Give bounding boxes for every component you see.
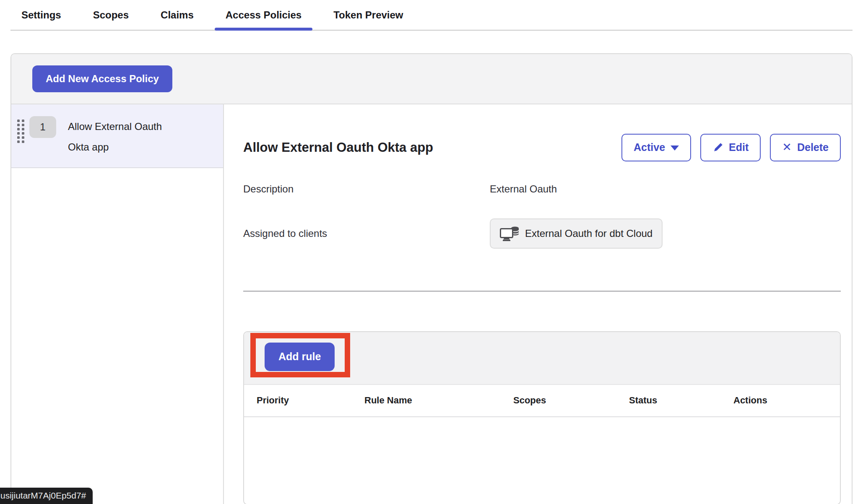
policy-action-buttons: Active Edit ✕ Delete: [621, 134, 841, 161]
column-rule-name: Rule Name: [364, 395, 513, 406]
assigned-clients-label: Assigned to clients: [243, 228, 490, 239]
red-annotation-rectangle: Add rule: [250, 333, 350, 377]
policy-detail-header: Allow External Oauth Okta app Active Edi…: [243, 131, 841, 164]
description-label: Description: [243, 183, 490, 195]
rules-table-header: Priority Rule Name Scopes Status Actions: [244, 385, 840, 417]
tab-claims[interactable]: Claims: [150, 0, 205, 30]
column-status: Status: [629, 395, 733, 406]
policy-name: Allow External Oauth Okta app: [68, 116, 173, 157]
link-preview-status-bar: usijiutarM7Aj0Ep5d7#: [0, 488, 93, 504]
tab-bar: Settings Scopes Claims Access Policies T…: [10, 0, 853, 31]
rules-table-empty-body: [244, 417, 840, 504]
column-actions: Actions: [733, 395, 827, 406]
status-dropdown-button[interactable]: Active: [621, 134, 691, 161]
section-divider: [243, 291, 841, 292]
add-new-access-policy-button[interactable]: Add New Access Policy: [32, 65, 172, 92]
rules-card: Add rule Priority Rule Name Scopes Statu…: [243, 331, 841, 504]
access-policies-panel: Add New Access Policy 1 Allow External O…: [10, 53, 853, 504]
description-row: Description External Oauth: [243, 183, 841, 195]
column-priority: Priority: [257, 395, 364, 406]
rules-toolbar: Add rule: [244, 332, 840, 385]
tab-access-policies[interactable]: Access Policies: [215, 0, 312, 30]
delete-policy-button[interactable]: ✕ Delete: [770, 134, 841, 161]
policy-priority-badge: 1: [29, 116, 56, 138]
pencil-icon: [712, 142, 723, 153]
delete-button-label: Delete: [797, 141, 829, 153]
add-rule-button[interactable]: Add rule: [265, 343, 335, 371]
panel-toolbar: Add New Access Policy: [11, 54, 852, 104]
tab-scopes[interactable]: Scopes: [82, 0, 140, 30]
policy-detail: Allow External Oauth Okta app Active Edi…: [224, 104, 852, 504]
policy-list-sidebar: 1 Allow External Oauth Okta app: [11, 104, 224, 504]
column-scopes: Scopes: [513, 395, 629, 406]
assigned-clients-row: Assigned to clients External Oauth for d…: [243, 218, 841, 249]
edit-policy-button[interactable]: Edit: [700, 134, 761, 161]
caret-down-icon: [671, 145, 679, 151]
assigned-client-name: External Oauth for dbt Cloud: [525, 228, 652, 239]
panel-body: 1 Allow External Oauth Okta app Allow Ex…: [11, 104, 852, 504]
policy-title: Allow External Oauth Okta app: [243, 140, 433, 155]
policy-list-item[interactable]: 1 Allow External Oauth Okta app: [11, 104, 223, 168]
x-icon: ✕: [782, 142, 792, 153]
edit-button-label: Edit: [729, 141, 749, 153]
tab-settings[interactable]: Settings: [10, 0, 72, 30]
tab-token-preview[interactable]: Token Preview: [322, 0, 414, 30]
description-value: External Oauth: [490, 183, 841, 195]
link-preview-text: usijiutarM7Aj0Ep5d7#: [0, 491, 86, 501]
status-dropdown-label: Active: [634, 141, 665, 153]
monitor-database-icon: [500, 226, 519, 242]
drag-handle-icon[interactable]: [17, 120, 24, 143]
assigned-client-chip[interactable]: External Oauth for dbt Cloud: [490, 218, 663, 249]
